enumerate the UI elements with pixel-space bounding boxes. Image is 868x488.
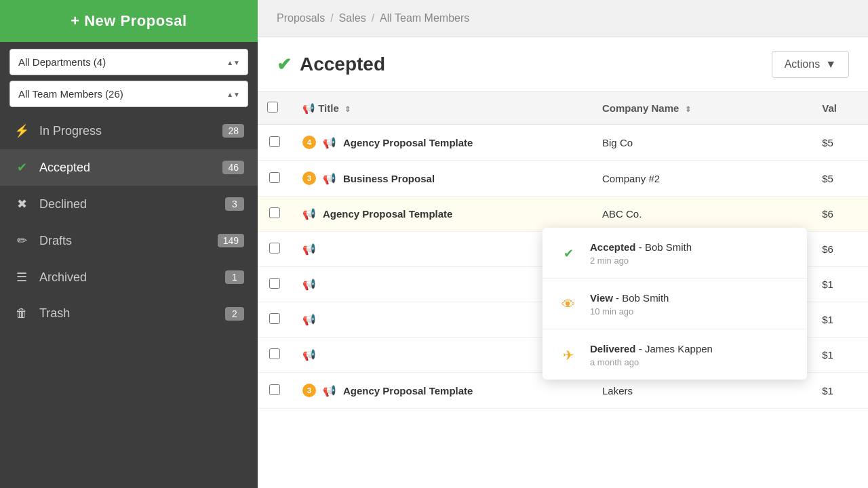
in-progress-badge: 28 bbox=[222, 124, 244, 138]
actions-button[interactable]: Actions ▼ bbox=[772, 51, 849, 78]
x-icon: ✖ bbox=[14, 197, 30, 211]
company-name: Company #2 bbox=[591, 161, 811, 197]
notification-badge: 3 bbox=[302, 384, 316, 397]
sidebar-item-accepted[interactable]: ✔ Accepted 46 bbox=[0, 149, 258, 186]
lightning-icon: ⚡ bbox=[14, 123, 30, 138]
members-select[interactable]: All Team Members (26) bbox=[9, 81, 248, 107]
title-cell: 3 📢 Business Proposal bbox=[302, 171, 580, 185]
sidebar-item-label: Accepted bbox=[39, 161, 222, 175]
select-all-checkbox[interactable] bbox=[267, 102, 278, 113]
row-checkbox[interactable] bbox=[269, 136, 280, 147]
sidebar-item-in-progress[interactable]: ⚡ In Progress 28 bbox=[0, 113, 258, 149]
declined-badge: 3 bbox=[225, 197, 244, 211]
title-check-icon: ✔ bbox=[277, 54, 292, 75]
megaphone-icon: 📢 bbox=[302, 102, 315, 114]
row-checkbox[interactable] bbox=[269, 172, 280, 183]
sidebar-item-label: Drafts bbox=[39, 234, 218, 248]
sidebar-item-label: Archived bbox=[39, 270, 225, 285]
activity-item-delivered[interactable]: ✈ Delivered - James Kappen a month ago bbox=[542, 329, 807, 380]
company-name: ABC Co. bbox=[591, 197, 811, 232]
col-title-label: Title bbox=[318, 102, 342, 114]
actions-label: Actions bbox=[785, 58, 820, 70]
trash-badge: 2 bbox=[225, 307, 244, 321]
sidebar-item-trash[interactable]: 🗑 Trash 2 bbox=[0, 296, 258, 331]
title-cell: 4 📢 Agency Proposal Template bbox=[302, 136, 580, 149]
title-sort-icon[interactable]: ⇕ bbox=[344, 105, 351, 113]
title-cell: 📢 bbox=[302, 348, 580, 361]
actions-arrow-icon: ▼ bbox=[825, 58, 836, 70]
breadcrumb-sep-1: / bbox=[330, 12, 333, 24]
activity-action: Accepted bbox=[590, 241, 636, 253]
plane-activity-icon: ✈ bbox=[556, 343, 580, 367]
col-value-label: Val bbox=[822, 102, 837, 114]
proposals-table-area: 📢 Title ⇕ Company Name ⇕ Val bbox=[258, 92, 868, 488]
departments-select[interactable]: All Departments (4) bbox=[9, 49, 248, 75]
breadcrumb-proposals[interactable]: Proposals bbox=[277, 12, 325, 24]
megaphone-icon: 📢 bbox=[302, 207, 316, 220]
title-cell: 📢 bbox=[302, 313, 580, 326]
row-checkbox[interactable] bbox=[269, 384, 280, 395]
sidebar-item-label: Declined bbox=[39, 197, 225, 211]
title-cell: 📢 bbox=[302, 278, 580, 291]
sidebar-item-archived[interactable]: ☰ Archived 1 bbox=[0, 259, 258, 296]
accepted-badge: 46 bbox=[222, 161, 244, 174]
activity-item-view[interactable]: 👁 View - Bob Smith 10 min ago bbox=[542, 279, 807, 329]
proposal-title[interactable]: Agency Proposal Template bbox=[323, 208, 452, 220]
proposal-value: $1 bbox=[811, 267, 868, 302]
page-title: ✔ Accepted bbox=[277, 54, 385, 75]
archived-badge: 1 bbox=[225, 270, 244, 284]
row-checkbox[interactable] bbox=[269, 313, 280, 324]
proposal-value: $1 bbox=[811, 373, 868, 409]
col-title[interactable]: 📢 Title ⇕ bbox=[292, 92, 591, 125]
main-content: Proposals / Sales / All Team Members ✔ A… bbox=[258, 0, 868, 488]
col-company-label: Company Name bbox=[602, 102, 679, 114]
activity-separator: - bbox=[639, 241, 645, 253]
notification-badge: 4 bbox=[302, 136, 316, 149]
activity-person: Bob Smith bbox=[622, 292, 669, 304]
activity-content: Accepted - Bob Smith 2 min ago bbox=[590, 240, 793, 266]
title-cell: 3 📢 Agency Proposal Template bbox=[302, 384, 580, 397]
row-checkbox[interactable] bbox=[269, 207, 280, 218]
activity-title: Accepted - Bob Smith bbox=[590, 240, 793, 254]
sidebar-item-declined[interactable]: ✖ Declined 3 bbox=[0, 186, 258, 222]
activity-content: Delivered - James Kappen a month ago bbox=[590, 342, 793, 367]
departments-select-wrapper: All Departments (4) bbox=[0, 42, 258, 75]
sidebar-item-label: Trash bbox=[39, 306, 225, 321]
proposal-value: $1 bbox=[811, 302, 868, 338]
archive-icon: ☰ bbox=[14, 270, 30, 285]
activity-popup: ✔ Accepted - Bob Smith 2 min ago 👁 View … bbox=[542, 228, 807, 380]
title-cell: 📢 bbox=[302, 243, 580, 256]
table-row: 3 📢 Business Proposal Company #2 $5 bbox=[258, 161, 868, 197]
notification-badge: 3 bbox=[302, 171, 316, 185]
col-value[interactable]: Val bbox=[811, 92, 868, 125]
proposal-title[interactable]: Agency Proposal Template bbox=[343, 385, 473, 396]
breadcrumb-sales[interactable]: Sales bbox=[339, 12, 366, 24]
activity-time: 2 min ago bbox=[590, 256, 793, 266]
proposal-title[interactable]: Agency Proposal Template bbox=[343, 137, 473, 148]
row-checkbox[interactable] bbox=[269, 348, 280, 359]
megaphone-icon: 📢 bbox=[323, 172, 336, 185]
table-row: 4 📢 Agency Proposal Template Big Co $5 bbox=[258, 125, 868, 161]
proposal-title[interactable]: Business Proposal bbox=[343, 173, 435, 184]
megaphone-icon: 📢 bbox=[302, 313, 316, 326]
megaphone-icon: 📢 bbox=[302, 278, 316, 291]
col-company[interactable]: Company Name ⇕ bbox=[591, 92, 811, 125]
new-proposal-button[interactable]: + New Proposal bbox=[0, 0, 258, 42]
col-checkbox bbox=[258, 92, 292, 125]
drafts-badge: 149 bbox=[218, 234, 244, 247]
megaphone-icon: 📢 bbox=[302, 348, 316, 361]
sidebar-item-drafts[interactable]: ✏ Drafts 149 bbox=[0, 222, 258, 259]
activity-action: Delivered bbox=[590, 343, 636, 354]
row-checkbox[interactable] bbox=[269, 243, 280, 253]
activity-item-accepted[interactable]: ✔ Accepted - Bob Smith 2 min ago bbox=[542, 228, 807, 279]
title-cell: 📢 Agency Proposal Template bbox=[302, 207, 580, 220]
activity-time: 10 min ago bbox=[590, 306, 793, 317]
company-sort-icon[interactable]: ⇕ bbox=[685, 105, 691, 113]
megaphone-icon: 📢 bbox=[323, 136, 336, 149]
breadcrumb: Proposals / Sales / All Team Members bbox=[258, 0, 868, 37]
breadcrumb-all-team[interactable]: All Team Members bbox=[380, 12, 469, 24]
row-checkbox[interactable] bbox=[269, 278, 280, 289]
title-text: Accepted bbox=[300, 54, 385, 75]
proposal-value: $6 bbox=[811, 197, 868, 232]
megaphone-icon: 📢 bbox=[302, 243, 316, 256]
